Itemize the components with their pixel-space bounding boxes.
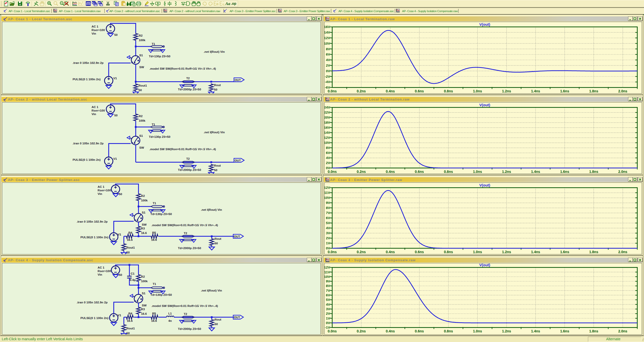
svg-text:1.8ns: 1.8ns	[589, 89, 598, 93]
svg-text:Rout: Rout	[214, 164, 221, 167]
svg-text:100k: 100k	[139, 119, 146, 122]
svg-text:3V: 3V	[326, 231, 330, 235]
svg-text:PULSE(0 1 100n 2n): PULSE(0 1 100n 2n)	[81, 316, 109, 320]
svg-text:Td=2000p Z0=50: Td=2000p Z0=50	[178, 88, 201, 91]
svg-text:0.6ns: 0.6ns	[415, 89, 424, 93]
svg-text:0.4ns: 0.4ns	[386, 250, 395, 254]
svg-text:100k: 100k	[141, 279, 148, 283]
svg-text:R4: R4	[129, 312, 133, 315]
svg-text:S1: S1	[139, 134, 143, 137]
svg-text:1.2ns: 1.2ns	[502, 329, 511, 333]
svg-text:Td=2000p Z0=50: Td=2000p Z0=50	[178, 246, 201, 250]
svg-text:100k: 100k	[141, 199, 148, 202]
svg-text:R3: R3	[141, 307, 145, 311]
svg-text:6V: 6V	[326, 293, 330, 297]
svg-text:.op: .op	[231, 2, 236, 6]
svg-text:V1: V1	[118, 313, 121, 317]
svg-text:AP- Coax 4 - Supply Isolation: AP- Coax 4 - Supply Isolation Compensate…	[402, 9, 458, 13]
svg-text:2V: 2V	[326, 236, 330, 240]
svg-text:V(out): V(out)	[479, 102, 490, 107]
svg-text:1.4ns: 1.4ns	[531, 329, 540, 333]
svg-text:10V: 10V	[325, 42, 330, 45]
svg-text:AC 1: AC 1	[92, 25, 98, 28]
svg-text:0.2ns: 0.2ns	[357, 169, 366, 173]
svg-text:16.6: 16.6	[141, 231, 147, 235]
svg-text:8V: 8V	[326, 206, 330, 210]
svg-text:Rout1: Rout1	[139, 84, 147, 87]
svg-text:Aa: Aa	[225, 1, 230, 6]
svg-text:1.4ns: 1.4ns	[531, 250, 540, 254]
svg-text:7V: 7V	[326, 211, 330, 215]
svg-text:S1: S1	[139, 54, 143, 57]
svg-text:V1: V1	[113, 157, 117, 160]
svg-text:R2: R2	[139, 34, 143, 37]
svg-text:R2: R2	[139, 114, 143, 118]
svg-text:.model SW SW(Ron=0.01 Roff=1G: .model SW SW(Ron=0.01 Roff=1G Vt=.5 Vh=-…	[150, 67, 216, 70]
svg-text:10V: 10V	[325, 196, 330, 200]
svg-text:4V: 4V	[326, 226, 330, 230]
svg-text:-4V: -4V	[325, 80, 330, 84]
svg-text:1.6ns: 1.6ns	[560, 329, 569, 333]
svg-text:R2: R2	[141, 194, 145, 198]
svg-text:10V: 10V	[325, 275, 330, 279]
svg-text:4V: 4V	[326, 58, 330, 62]
svg-text:16.6: 16.6	[151, 238, 157, 242]
svg-text:0.4ns: 0.4ns	[386, 89, 395, 93]
svg-text:5V: 5V	[326, 298, 330, 302]
svg-text:AC 1: AC 1	[98, 266, 105, 269]
svg-text:16V: 16V	[325, 25, 330, 29]
svg-text:.tran 0 105n 102.9n 2p: .tran 0 105n 102.9n 2p	[73, 141, 104, 145]
svg-text:V(out): V(out)	[479, 22, 490, 27]
svg-text:4V: 4V	[326, 302, 330, 306]
svg-text:50: 50	[119, 192, 122, 196]
svg-text:Rser=100: Rser=100	[98, 269, 111, 273]
svg-text:16.6: 16.6	[141, 312, 147, 315]
svg-text:T2: T2	[186, 157, 190, 160]
svg-text:SW: SW	[139, 146, 144, 149]
svg-text:0V: 0V	[326, 321, 330, 325]
svg-text:1.8ns: 1.8ns	[589, 329, 598, 333]
svg-text:AC 1: AC 1	[98, 185, 105, 189]
svg-text:AP- Coax 1 - Local Termination: AP- Coax 1 - Local Termination.asc	[9, 9, 50, 13]
svg-text:OUT: OUT	[234, 315, 240, 319]
svg-text:0.8ns: 0.8ns	[444, 89, 453, 93]
svg-text:2.0ns: 2.0ns	[618, 169, 627, 173]
svg-text:V(out): V(out)	[479, 263, 490, 267]
svg-text:0.2ns: 0.2ns	[357, 89, 366, 93]
svg-text:50: 50	[215, 242, 218, 245]
svg-text:24V: 24V	[325, 106, 330, 109]
svg-text:AP- Coax 3 - Emitter Power Spl: AP- Coax 3 - Emitter Power Splitter.asc	[230, 9, 276, 13]
svg-text:16.6: 16.6	[151, 319, 157, 322]
svg-text:0V: 0V	[326, 69, 330, 73]
svg-text:V(out): V(out)	[479, 183, 490, 187]
svg-text:Rout: Rout	[214, 83, 221, 87]
svg-text:Td=130p Z0=50: Td=130p Z0=50	[149, 135, 171, 138]
svg-text:.net I(Rout) Vin: .net I(Rout) Vin	[204, 130, 225, 134]
svg-text:50: 50	[215, 322, 218, 326]
svg-text:T1: T1	[152, 122, 155, 126]
svg-text:AC 1: AC 1	[92, 105, 98, 109]
svg-text:S1: S1	[142, 292, 146, 295]
svg-text:T2: T2	[186, 76, 190, 80]
svg-text:Td=2000p Z0=50: Td=2000p Z0=50	[178, 168, 201, 171]
svg-text:Td=2000p Z0=50: Td=2000p Z0=50	[178, 327, 201, 331]
svg-text:1.2ns: 1.2ns	[502, 89, 511, 93]
svg-text:0.0ns: 0.0ns	[328, 89, 337, 93]
svg-text:2V: 2V	[326, 64, 330, 67]
svg-text:PULSE(0 1 100n 2n): PULSE(0 1 100n 2n)	[73, 77, 101, 81]
svg-text:4n: 4n	[168, 319, 172, 322]
svg-text:Rout1: Rout1	[127, 246, 135, 249]
svg-text:2.0ns: 2.0ns	[618, 89, 627, 93]
svg-text:2V: 2V	[326, 161, 330, 165]
svg-text:1.6ns: 1.6ns	[560, 250, 569, 254]
svg-text:100k: 100k	[139, 38, 146, 42]
svg-text:Td=130p Z0=50: Td=130p Z0=50	[151, 212, 172, 216]
svg-text:Rout1: Rout1	[127, 327, 135, 330]
svg-text:T1: T1	[152, 42, 155, 46]
svg-text:.tran 0 105n 102.9n 2p: .tran 0 105n 102.9n 2p	[77, 301, 108, 304]
svg-text:R3: R3	[141, 227, 145, 230]
svg-text:11V: 11V	[325, 191, 330, 195]
svg-text:PULSE(0 1 100n 2n): PULSE(0 1 100n 2n)	[81, 235, 109, 239]
svg-text:Vin: Vin	[92, 32, 96, 35]
svg-text:1.2ns: 1.2ns	[502, 250, 511, 254]
